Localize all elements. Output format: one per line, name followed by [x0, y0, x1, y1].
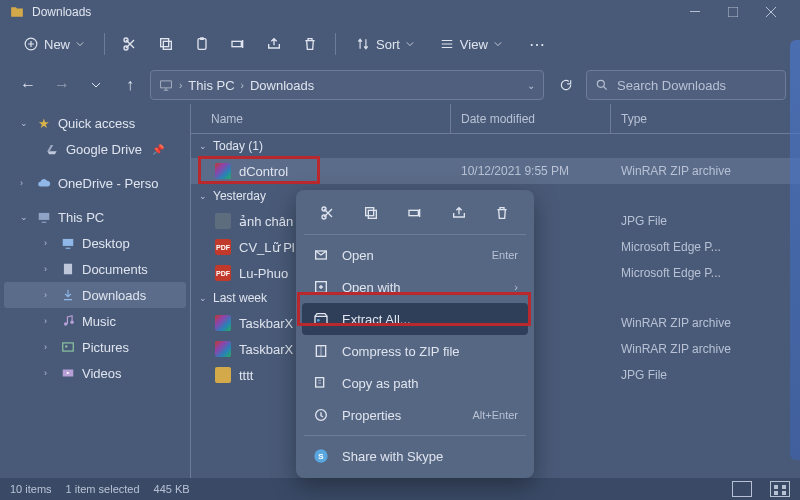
svg-rect-0	[690, 11, 700, 12]
context-label: Open	[342, 248, 480, 263]
breadcrumb-current[interactable]: Downloads	[250, 78, 314, 93]
file-type: JPG File	[611, 368, 800, 382]
column-date[interactable]: Date modified	[451, 104, 611, 133]
context-item-open[interactable]: OpenEnter	[302, 239, 528, 271]
sidebar-item-desktop[interactable]: ›Desktop	[4, 230, 186, 256]
cut-button[interactable]	[312, 199, 344, 227]
recent-button[interactable]	[82, 71, 110, 99]
sidebar-item-music[interactable]: ›Music	[4, 308, 186, 334]
chevron-down-icon: ⌄	[199, 191, 207, 201]
cut-button[interactable]	[115, 29, 145, 59]
context-item-extract-all[interactable]: Extract All...	[302, 303, 528, 335]
plus-circle-icon	[24, 37, 38, 51]
archive-icon	[215, 315, 231, 331]
sidebar-label: OneDrive - Perso	[58, 176, 158, 191]
file-name: Lu-Phuo	[239, 266, 288, 281]
paste-button[interactable]	[187, 29, 217, 59]
up-button[interactable]: ↑	[116, 71, 144, 99]
file-type: Microsoft Edge P...	[611, 240, 800, 254]
copypath-icon	[312, 374, 330, 392]
context-item-open-with[interactable]: Open with›	[302, 271, 528, 303]
breadcrumb-root[interactable]: This PC	[188, 78, 234, 93]
delete-button[interactable]	[486, 199, 518, 227]
context-item-properties[interactable]: PropertiesAlt+Enter	[302, 399, 528, 431]
sidebar-item-google-drive[interactable]: Google Drive 📌	[4, 136, 186, 162]
icons-view-button[interactable]	[770, 481, 790, 497]
pc-icon	[36, 209, 52, 225]
sidebar-item-onedrive[interactable]: › OneDrive - Perso	[4, 170, 186, 196]
copy-button[interactable]	[355, 199, 387, 227]
music-icon	[60, 313, 76, 329]
back-button[interactable]: ←	[14, 71, 42, 99]
breadcrumb[interactable]: › This PC › Downloads ⌄	[150, 70, 544, 100]
svg-point-16	[70, 320, 74, 324]
file-name: TaskbarX	[239, 342, 293, 357]
chevron-right-icon: ›	[241, 80, 244, 91]
share-button[interactable]	[259, 29, 289, 59]
window-title: Downloads	[32, 5, 91, 19]
column-type[interactable]: Type	[611, 104, 800, 133]
file-row[interactable]: dControl10/12/2021 9:55 PMWinRAR ZIP arc…	[191, 158, 800, 184]
sidebar-item-downloads[interactable]: ›Downloads	[4, 282, 186, 308]
maximize-button[interactable]	[714, 0, 752, 24]
context-menu: OpenEnterOpen with›Extract All...Compres…	[296, 190, 534, 478]
view-button[interactable]: View	[430, 29, 512, 59]
context-hint: Enter	[492, 249, 518, 261]
sidebar-quick-access[interactable]: ⌄ ★ Quick access	[4, 110, 186, 136]
rename-button[interactable]	[223, 29, 253, 59]
refresh-button[interactable]	[552, 71, 580, 99]
chevron-down-icon: ⌄	[20, 118, 30, 128]
context-item-skype[interactable]: S Share with Skype	[302, 440, 528, 472]
sidebar-item-videos[interactable]: ›Videos	[4, 360, 186, 386]
status-count: 10 items	[10, 483, 52, 495]
chevron-right-icon: ›	[44, 264, 54, 274]
file-type: WinRAR ZIP archive	[611, 316, 800, 330]
chevron-right-icon: ›	[514, 281, 518, 293]
sidebar-item-pictures[interactable]: ›Pictures	[4, 334, 186, 360]
chevron-down-icon[interactable]: ⌄	[527, 80, 535, 91]
chevron-right-icon: ›	[44, 342, 54, 352]
file-type: WinRAR ZIP archive	[611, 342, 800, 356]
chevron-right-icon: ›	[44, 316, 54, 326]
pc-icon	[159, 78, 173, 92]
sidebar-label: Google Drive	[66, 142, 142, 157]
navigation-pane: ⌄ ★ Quick access Google Drive 📌 › OneDri…	[0, 104, 190, 478]
file-name: tttt	[239, 368, 253, 383]
chevron-right-icon: ›	[44, 238, 54, 248]
sort-button[interactable]: Sort	[346, 29, 424, 59]
rename-button[interactable]	[399, 199, 431, 227]
context-item-copy-as-path[interactable]: Copy as path	[302, 367, 528, 399]
svg-rect-12	[39, 213, 50, 220]
details-view-button[interactable]	[732, 481, 752, 497]
new-button[interactable]: New	[14, 29, 94, 59]
delete-button[interactable]	[295, 29, 325, 59]
sidebar-item-documents[interactable]: ›Documents	[4, 256, 186, 282]
image-icon	[215, 213, 231, 229]
group-header[interactable]: ⌄Today (1)	[191, 134, 800, 158]
more-button[interactable]: ⋯	[522, 29, 552, 59]
sidebar-label: Documents	[82, 262, 148, 277]
sidebar-this-pc[interactable]: ⌄ This PC	[4, 204, 186, 230]
search-box[interactable]: Search Downloads	[586, 70, 786, 100]
context-item-compress-to-zip-file[interactable]: Compress to ZIP file	[302, 335, 528, 367]
svg-rect-17	[63, 343, 74, 351]
svg-point-18	[65, 345, 67, 347]
pictures-icon	[60, 339, 76, 355]
forward-button[interactable]: →	[48, 71, 76, 99]
close-button[interactable]	[752, 0, 790, 24]
column-name[interactable]: Name	[191, 104, 451, 133]
star-icon: ★	[36, 115, 52, 131]
group-label: Today (1)	[213, 139, 263, 153]
group-label: Yesterday	[213, 189, 266, 203]
minimize-button[interactable]	[676, 0, 714, 24]
share-button[interactable]	[443, 199, 475, 227]
archive-icon	[215, 163, 231, 179]
copy-button[interactable]	[151, 29, 181, 59]
chevron-down-icon	[406, 40, 414, 48]
documents-icon	[60, 261, 76, 277]
svg-text:S: S	[318, 452, 324, 461]
status-bar: 10 items 1 item selected 445 KB	[0, 478, 800, 500]
new-label: New	[44, 37, 70, 52]
svg-rect-14	[64, 264, 72, 275]
chevron-right-icon: ›	[44, 290, 54, 300]
